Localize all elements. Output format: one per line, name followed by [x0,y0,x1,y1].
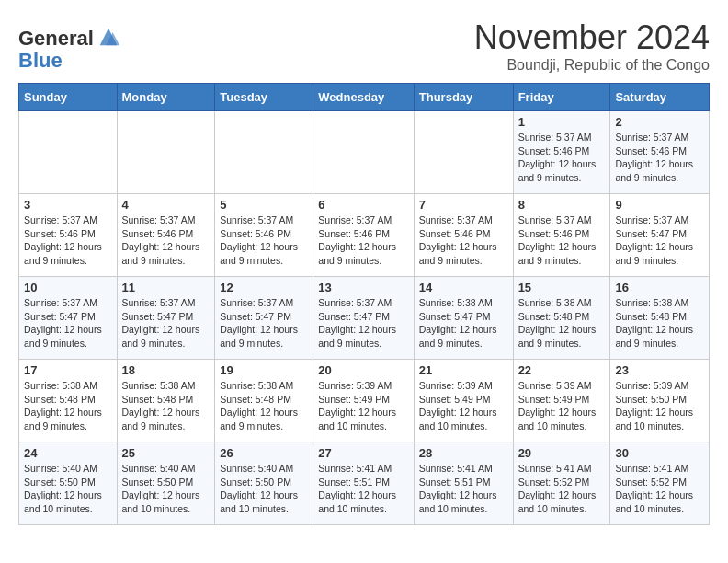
day-number: 16 [615,281,704,294]
calendar-week-2: 10Sunrise: 5:37 AM Sunset: 5:47 PM Dayli… [19,277,710,360]
calendar-cell: 2Sunrise: 5:37 AM Sunset: 5:46 PM Daylig… [610,111,710,194]
header-sunday: Sunday [19,84,118,111]
calendar-cell: 3Sunrise: 5:37 AM Sunset: 5:46 PM Daylig… [19,194,118,277]
day-info: Sunrise: 5:38 AM Sunset: 5:48 PM Dayligh… [615,296,704,350]
day-info: Sunrise: 5:39 AM Sunset: 5:49 PM Dayligh… [419,379,508,433]
day-number: 5 [220,198,308,212]
day-number: 6 [318,198,408,212]
day-info: Sunrise: 5:40 AM Sunset: 5:50 PM Dayligh… [220,462,308,516]
header-saturday: Saturday [610,84,710,111]
logo-text: General [18,28,94,50]
calendar-cell [215,111,313,194]
calendar-table: SundayMondayTuesdayWednesdayThursdayFrid… [18,83,710,525]
day-number: 4 [122,198,210,212]
day-number: 26 [220,446,308,460]
day-number: 22 [518,363,606,377]
day-number: 13 [318,281,408,294]
day-number: 10 [24,281,112,294]
calendar-cell: 18Sunrise: 5:38 AM Sunset: 5:48 PM Dayli… [117,360,215,442]
location-title: Boundji, Republic of the Congo [474,57,710,74]
day-number: 19 [220,363,308,377]
day-info: Sunrise: 5:37 AM Sunset: 5:46 PM Dayligh… [518,131,606,185]
day-number: 9 [615,198,704,212]
calendar-cell: 28Sunrise: 5:41 AM Sunset: 5:51 PM Dayli… [414,442,513,525]
day-number: 12 [220,281,308,294]
calendar-cell [313,111,414,194]
calendar-cell [117,111,215,194]
day-info: Sunrise: 5:37 AM Sunset: 5:46 PM Dayligh… [419,213,508,268]
logo-subtext: Blue [18,50,121,72]
day-number: 25 [122,446,210,460]
calendar-cell: 5Sunrise: 5:37 AM Sunset: 5:46 PM Daylig… [215,194,313,277]
day-number: 30 [615,446,704,460]
calendar-cell: 11Sunrise: 5:37 AM Sunset: 5:47 PM Dayli… [117,277,215,360]
calendar-cell: 20Sunrise: 5:39 AM Sunset: 5:49 PM Dayli… [313,360,414,442]
day-info: Sunrise: 5:38 AM Sunset: 5:48 PM Dayligh… [122,379,210,433]
day-info: Sunrise: 5:39 AM Sunset: 5:49 PM Dayligh… [318,379,408,433]
calendar-week-0: 1Sunrise: 5:37 AM Sunset: 5:46 PM Daylig… [19,111,710,194]
calendar-cell: 6Sunrise: 5:37 AM Sunset: 5:46 PM Daylig… [313,194,414,277]
day-number: 14 [419,281,508,294]
day-info: Sunrise: 5:38 AM Sunset: 5:48 PM Dayligh… [518,296,606,350]
calendar-cell: 26Sunrise: 5:40 AM Sunset: 5:50 PM Dayli… [215,442,313,525]
day-number: 1 [518,115,606,129]
day-info: Sunrise: 5:39 AM Sunset: 5:50 PM Dayligh… [615,379,704,433]
calendar-cell [19,111,118,194]
day-info: Sunrise: 5:37 AM Sunset: 5:46 PM Dayligh… [615,131,704,185]
calendar-cell: 29Sunrise: 5:41 AM Sunset: 5:52 PM Dayli… [513,442,610,525]
calendar-cell: 4Sunrise: 5:37 AM Sunset: 5:46 PM Daylig… [117,194,215,277]
day-info: Sunrise: 5:40 AM Sunset: 5:50 PM Dayligh… [24,462,112,516]
day-info: Sunrise: 5:37 AM Sunset: 5:47 PM Dayligh… [122,296,210,350]
day-info: Sunrise: 5:37 AM Sunset: 5:47 PM Dayligh… [24,296,112,350]
day-info: Sunrise: 5:37 AM Sunset: 5:46 PM Dayligh… [518,213,606,268]
calendar-cell: 19Sunrise: 5:38 AM Sunset: 5:48 PM Dayli… [215,360,313,442]
logo-icon [96,24,121,50]
calendar-cell: 13Sunrise: 5:37 AM Sunset: 5:47 PM Dayli… [313,277,414,360]
day-number: 15 [518,281,606,294]
day-info: Sunrise: 5:41 AM Sunset: 5:52 PM Dayligh… [615,462,704,516]
calendar-cell: 25Sunrise: 5:40 AM Sunset: 5:50 PM Dayli… [117,442,215,525]
calendar-cell: 27Sunrise: 5:41 AM Sunset: 5:51 PM Dayli… [313,442,414,525]
calendar-week-3: 17Sunrise: 5:38 AM Sunset: 5:48 PM Dayli… [19,360,710,442]
calendar-cell: 24Sunrise: 5:40 AM Sunset: 5:50 PM Dayli… [19,442,118,525]
day-info: Sunrise: 5:39 AM Sunset: 5:49 PM Dayligh… [518,379,606,433]
day-info: Sunrise: 5:41 AM Sunset: 5:51 PM Dayligh… [318,462,408,516]
page-header: General Blue November 2024 Boundji, Repu… [18,18,710,74]
calendar-cell: 12Sunrise: 5:37 AM Sunset: 5:47 PM Dayli… [215,277,313,360]
day-info: Sunrise: 5:37 AM Sunset: 5:46 PM Dayligh… [24,213,112,268]
day-number: 27 [318,446,408,460]
day-info: Sunrise: 5:38 AM Sunset: 5:48 PM Dayligh… [220,379,308,433]
calendar-cell: 10Sunrise: 5:37 AM Sunset: 5:47 PM Dayli… [19,277,118,360]
calendar-cell: 17Sunrise: 5:38 AM Sunset: 5:48 PM Dayli… [19,360,118,442]
calendar-cell: 15Sunrise: 5:38 AM Sunset: 5:48 PM Dayli… [513,277,610,360]
day-number: 2 [615,115,704,129]
day-number: 29 [518,446,606,460]
day-number: 8 [518,198,606,212]
calendar-cell: 23Sunrise: 5:39 AM Sunset: 5:50 PM Dayli… [610,360,710,442]
day-number: 24 [24,446,112,460]
header-friday: Friday [513,84,610,111]
day-number: 18 [122,363,210,377]
calendar-cell: 16Sunrise: 5:38 AM Sunset: 5:48 PM Dayli… [610,277,710,360]
day-info: Sunrise: 5:41 AM Sunset: 5:52 PM Dayligh… [518,462,606,516]
day-number: 21 [419,363,508,377]
day-info: Sunrise: 5:38 AM Sunset: 5:48 PM Dayligh… [24,379,112,433]
day-info: Sunrise: 5:37 AM Sunset: 5:47 PM Dayligh… [615,213,704,268]
day-number: 23 [615,363,704,377]
calendar-cell: 14Sunrise: 5:38 AM Sunset: 5:47 PM Dayli… [414,277,513,360]
day-info: Sunrise: 5:41 AM Sunset: 5:51 PM Dayligh… [419,462,508,516]
calendar-cell: 1Sunrise: 5:37 AM Sunset: 5:46 PM Daylig… [513,111,610,194]
calendar-cell: 7Sunrise: 5:37 AM Sunset: 5:46 PM Daylig… [414,194,513,277]
day-info: Sunrise: 5:37 AM Sunset: 5:46 PM Dayligh… [318,213,408,268]
month-title: November 2024 [474,18,710,57]
calendar-cell: 21Sunrise: 5:39 AM Sunset: 5:49 PM Dayli… [414,360,513,442]
calendar-cell: 8Sunrise: 5:37 AM Sunset: 5:46 PM Daylig… [513,194,610,277]
day-number: 11 [122,281,210,294]
calendar-cell: 9Sunrise: 5:37 AM Sunset: 5:47 PM Daylig… [610,194,710,277]
day-info: Sunrise: 5:37 AM Sunset: 5:46 PM Dayligh… [220,213,308,268]
header-monday: Monday [117,84,215,111]
calendar-header-row: SundayMondayTuesdayWednesdayThursdayFrid… [19,84,710,111]
day-info: Sunrise: 5:37 AM Sunset: 5:46 PM Dayligh… [122,213,210,268]
day-info: Sunrise: 5:38 AM Sunset: 5:47 PM Dayligh… [419,296,508,350]
logo: General Blue [18,28,121,72]
